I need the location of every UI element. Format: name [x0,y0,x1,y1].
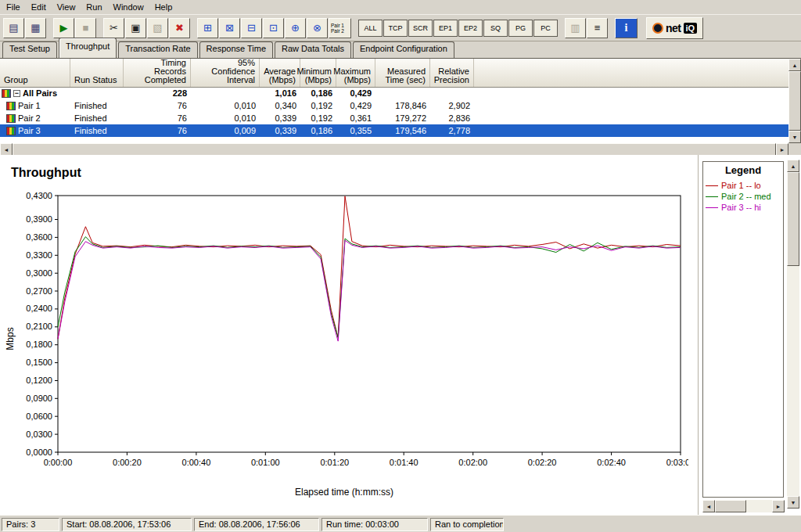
column-header-precision[interactable]: Relative Precision [430,59,474,87]
column-header-status[interactable]: Run Status [70,59,124,87]
scroll-left-button[interactable]: ◄ [0,143,13,156]
table-body: −All Pairs2281,0160,1860,429Pair 1Finish… [0,87,788,143]
filter-pc-button[interactable]: PC [533,20,558,37]
tab-transaction-rate[interactable]: Transaction Rate [118,41,197,58]
main-vscroll-thumb[interactable] [787,172,799,266]
menu-window[interactable]: Window [108,0,149,14]
group-pairs-button[interactable]: ⊗ [307,18,328,38]
status-end-time: End: 08.08.2006, 17:56:06 [194,518,319,531]
svg-text:0,4300: 0,4300 [26,191,52,200]
column-header-avg[interactable]: Average (Mbps) [260,59,300,87]
filter-sq-button[interactable]: SQ [483,20,508,37]
menu-file[interactable]: File [1,0,26,14]
delete-button[interactable]: ✖ [169,18,190,38]
filter-pg-button[interactable]: PG [508,20,533,37]
cell-min: 0,192 [300,113,336,123]
column-header-time[interactable]: Measured Time (sec) [375,59,430,87]
table-hscroll-track[interactable] [13,143,776,156]
tab-response-time[interactable]: Response Time [199,41,273,58]
tab-throughput[interactable]: Throughput [59,38,117,58]
filter-scr-button[interactable]: SCR [408,20,433,37]
svg-text:0:03:00: 0:03:00 [666,458,688,467]
filter-ep2-button[interactable]: EP2 [458,20,483,37]
cell-time: 178,846 [375,101,430,110]
filter-tcp-button[interactable]: TCP [383,20,408,37]
cut-button[interactable]: ✂ [103,18,124,38]
run-test-icon: ▶ [60,22,68,34]
svg-text:0,0900: 0,0900 [26,394,52,403]
legend-title: Legend [703,162,783,180]
menu-run[interactable]: Run [81,0,107,14]
run-test-button[interactable]: ▶ [53,18,74,38]
help-info-button[interactable]: i [615,18,638,38]
save-button[interactable]: ▤ [3,18,24,38]
scroll-up-button[interactable]: ▲ [788,59,801,71]
cell-avg: 1,016 [260,88,300,98]
cell-records: 228 [124,88,191,98]
netiq-brand-text: net [666,22,681,34]
table-hscroll-thumb[interactable] [13,143,776,156]
filter-all-button[interactable]: ALL [358,20,383,37]
legend-line-swatch [706,185,718,186]
status-bar: Pairs: 3Start: 08.08.2006, 17:53:06End: … [0,515,801,532]
legend-horizontal-scrollbar: ◄ ► [702,500,785,512]
scroll-left-button[interactable]: ◄ [702,500,715,512]
paste-icon: ▧ [153,22,162,34]
legend-label: Pair 3 -- hi [721,203,761,212]
add-multicast-group-button[interactable]: ⊠ [219,18,240,38]
netiq-logo[interactable]: netiQ [646,17,703,39]
menu-view[interactable]: View [52,0,81,14]
column-header-group[interactable]: Group [0,59,70,87]
legend-hscroll-track[interactable] [715,500,772,512]
table-vscroll-thumb[interactable] [788,71,801,131]
legend-hscroll-thumb[interactable] [715,500,746,512]
print-button[interactable]: ▦ [25,18,46,38]
cell-max: 0,361 [336,113,375,123]
svg-text:0,3000: 0,3000 [26,268,52,278]
expand-collapse-box[interactable]: − [13,90,20,97]
scroll-down-button[interactable]: ▼ [787,496,799,509]
swap-endpoints-button[interactable]: ⊕ [285,18,306,38]
menu-edit[interactable]: Edit [26,0,52,14]
filter-ep1-button[interactable]: EP1 [433,20,458,37]
cell-min: 0,186 [300,126,336,135]
cell-precision: 2,836 [430,113,474,123]
svg-text:0,0600: 0,0600 [26,412,52,421]
svg-text:0:02:00: 0:02:00 [458,458,487,467]
table-vscroll-track[interactable] [788,71,801,131]
chart-x-axis-label: Elapsed time (h:mm:ss) [0,487,688,498]
replicate-pair-button[interactable]: ⊡ [263,18,284,38]
scroll-up-button[interactable]: ▲ [787,160,799,172]
tab-endpoint-configuration[interactable]: Endpoint Configuration [353,41,454,58]
save-icon: ▤ [9,22,18,34]
table-row-pair-3[interactable]: Pair 3Finished760,0090,3390,1860,355179,… [0,124,788,137]
tab-test-setup[interactable]: Test Setup [2,41,57,58]
pair-list-button[interactable]: Pair 1Pair 2 [329,18,351,38]
scroll-down-button[interactable]: ▼ [788,131,801,143]
add-pair-button[interactable]: ⊞ [197,18,218,38]
main-vertical-scrollbar: ▲ ▼ [787,160,799,509]
menu-help[interactable]: Help [149,0,178,14]
tab-raw-data-totals[interactable]: Raw Data Totals [275,41,351,58]
scroll-right-button[interactable]: ► [772,500,785,512]
table-row-pair-1[interactable]: Pair 1Finished760,0100,3400,1920,429178,… [0,99,788,112]
svg-text:0,2700: 0,2700 [26,286,52,296]
main-vscroll-track[interactable] [787,172,799,496]
arrow-left-icon: ◄ [706,504,712,509]
column-header-min[interactable]: Minimum (Mbps) [300,59,336,87]
column-header-records[interactable]: Timing Records Completed [124,59,191,87]
legend-line-swatch [706,196,718,197]
copy-button[interactable]: ▣ [125,18,146,38]
edit-pair-button[interactable]: ⊟ [241,18,262,38]
table-row-all-pairs[interactable]: −All Pairs2281,0160,1860,429 [0,87,788,99]
svg-text:0,2100: 0,2100 [26,322,52,331]
column-header-max[interactable]: Maximum (Mbps) [336,59,375,87]
column-header-confidence[interactable]: 95% Confidence Interval [191,59,260,87]
scroll-right-button[interactable]: ► [776,143,788,156]
show-grid-button[interactable]: ≡ [587,18,608,38]
table-row-pair-2[interactable]: Pair 2Finished760,0100,3390,1920,361179,… [0,112,788,124]
svg-text:0,2400: 0,2400 [26,304,52,313]
svg-text:0,3900: 0,3900 [26,214,52,224]
panel-divider [698,155,699,515]
cell-avg: 0,340 [260,101,300,110]
